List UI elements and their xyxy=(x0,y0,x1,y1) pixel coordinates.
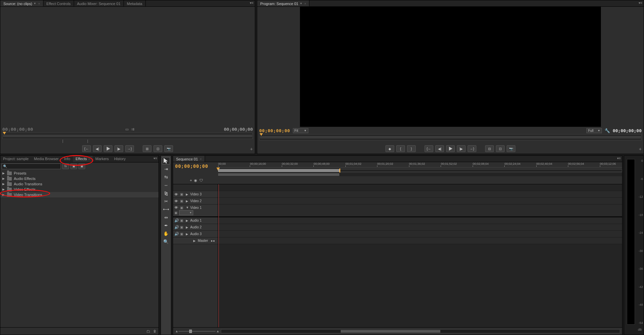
rolling-edit-tool[interactable]: ↔ xyxy=(162,181,170,189)
mark-in-button[interactable]: {← xyxy=(82,145,91,152)
panel-menu-icon[interactable]: ▾≡ xyxy=(250,1,253,5)
tab-program-seq01[interactable]: Program: Sequence 01 ▼ × xyxy=(257,0,309,6)
slip-tool[interactable]: ⟷ xyxy=(162,206,170,213)
track-header-video2[interactable]: 👁▣▶Video 2 xyxy=(173,198,218,204)
dropdown-icon[interactable]: ▼ xyxy=(34,1,36,6)
disclosure-icon[interactable]: ▼ xyxy=(186,206,189,209)
close-icon[interactable]: × xyxy=(38,1,40,6)
export-frame-button[interactable]: 📷 xyxy=(164,145,173,152)
disclosure-icon[interactable]: ▶ xyxy=(186,219,189,222)
time-ruler[interactable]: 00;0000;00;16;0000;00;32;0000;00;48;0000… xyxy=(218,162,622,168)
tab-media-browser[interactable]: Media Browser xyxy=(31,156,61,162)
tree-item-audio-transitions[interactable]: ▶Audio Transitions xyxy=(0,181,159,187)
lock-icon[interactable]: ▣ xyxy=(180,232,184,236)
play-button[interactable] xyxy=(104,145,112,152)
toggle-output-icon[interactable]: 👁 xyxy=(174,192,178,196)
button-editor-icon[interactable]: + xyxy=(639,146,642,152)
overwrite-button[interactable]: ⊡ xyxy=(154,145,162,152)
track-header-audio1[interactable]: 🔊▣▶Audio 1 xyxy=(173,217,218,224)
playhead-marker-icon[interactable] xyxy=(260,133,263,136)
tab-effect-controls[interactable]: Effect Controls xyxy=(43,0,74,6)
tab-source-noclips[interactable]: Source: (no clips) ▼ × xyxy=(0,0,43,6)
zoom-tool[interactable]: 🔍 xyxy=(162,238,170,245)
rate-stretch-tool[interactable]: ⧎ xyxy=(162,189,170,197)
lock-icon[interactable]: ▣ xyxy=(180,219,184,222)
slide-tool[interactable]: ⇔ xyxy=(162,214,170,221)
disclosure-icon[interactable]: ▶ xyxy=(2,172,5,175)
disclosure-icon[interactable]: ▶ xyxy=(186,232,189,236)
mark-in-button[interactable]: { xyxy=(396,145,405,152)
track-header-master[interactable]: ▶Master▸◂ xyxy=(173,237,218,244)
mark-out-button[interactable]: } xyxy=(407,145,416,152)
timeline-timecode[interactable]: 00;00;00;00 xyxy=(175,163,216,169)
track-lanes[interactable] xyxy=(218,184,622,327)
tree-item-video-transitions[interactable]: ▶Video Transitions xyxy=(0,192,159,197)
track-header-video3[interactable]: 👁▣▶Video 3 xyxy=(173,191,218,198)
tab-sequence-01[interactable]: Sequence 01 × xyxy=(173,156,205,162)
button-editor-icon[interactable]: + xyxy=(250,146,253,152)
new-bin-icon[interactable]: 🗀 xyxy=(146,329,150,334)
close-icon[interactable]: × xyxy=(88,157,90,161)
32bit-fx-toggle[interactable]: ▣ xyxy=(70,163,77,169)
panel-menu-icon[interactable]: ▾≡ xyxy=(639,1,642,5)
drag-video-icon[interactable]: ⇉ xyxy=(131,127,134,132)
tree-item-video-effects[interactable]: ▶Video Effects xyxy=(0,187,159,192)
toggle-output-icon[interactable]: 🔊 xyxy=(174,225,178,229)
zoom-handle-icon[interactable] xyxy=(339,169,340,173)
tree-item-presets[interactable]: ▶Presets xyxy=(0,171,159,176)
disclosure-icon[interactable]: ▶ xyxy=(2,182,5,186)
close-icon[interactable]: × xyxy=(200,156,202,162)
add-marker-button[interactable]: ◆ xyxy=(385,145,394,152)
keyframe-toggle-icon[interactable]: ▣ xyxy=(174,211,177,215)
timeline-zoom-slider[interactable]: ▲ ▲ xyxy=(175,330,219,333)
tab-markers[interactable]: Markers xyxy=(93,156,111,162)
toggle-output-icon[interactable]: 🔊 xyxy=(174,232,178,236)
disclosure-icon[interactable]: ▶ xyxy=(186,226,189,229)
toggle-output-icon[interactable]: 👁 xyxy=(174,199,178,203)
play-button[interactable] xyxy=(446,145,455,152)
marker-icon[interactable]: ◉ xyxy=(194,178,197,183)
aspect-icon[interactable]: ▭ xyxy=(125,127,129,132)
disclosure-icon[interactable]: ▶ xyxy=(2,177,5,180)
pen-tool[interactable]: ✒ xyxy=(162,222,170,229)
panel-menu-icon[interactable]: ▾≡ xyxy=(154,156,157,160)
lock-icon[interactable]: ▣ xyxy=(180,199,184,203)
zoom-fit-dropdown[interactable]: Fit▼ xyxy=(293,128,308,133)
lock-icon[interactable]: ▣ xyxy=(180,206,184,210)
track-header-video1[interactable]: 👁▣▼Video 1 ▣ ▾ xyxy=(173,204,218,217)
work-area-bar[interactable] xyxy=(218,173,622,176)
timeline-zoom-bar[interactable] xyxy=(218,168,622,173)
tab-audio-mixer[interactable]: Audio Mixer: Sequence 01 xyxy=(74,0,124,6)
opacity-dropdown[interactable]: ▾ xyxy=(179,210,193,215)
dropdown-icon[interactable]: ▼ xyxy=(300,1,302,6)
tab-metadata[interactable]: Metadata xyxy=(124,0,146,6)
insert-button[interactable]: ⊞ xyxy=(143,145,151,152)
mark-out-button[interactable]: →} xyxy=(125,145,134,152)
lift-button[interactable]: ⊟ xyxy=(485,145,494,152)
tree-item-audio-effects[interactable]: ▶Audio Effects xyxy=(0,176,159,181)
ripple-edit-tool[interactable]: ⇆ xyxy=(162,173,170,181)
playhead-line[interactable] xyxy=(218,184,219,327)
toggle-output-icon[interactable]: 👁 xyxy=(174,206,178,210)
expand-icon[interactable]: ▸◂ xyxy=(211,239,214,243)
lock-icon[interactable]: ▣ xyxy=(180,192,184,196)
panel-menu-icon[interactable]: ▾≡ xyxy=(617,156,621,160)
settings-icon[interactable]: 🛡 xyxy=(199,178,203,183)
disclosure-icon[interactable]: ▶ xyxy=(2,193,5,196)
source-timecode-in[interactable]: 00;00;00;00 xyxy=(2,127,33,132)
lock-icon[interactable]: ▣ xyxy=(180,225,184,229)
zoom-out-icon[interactable]: ▲ xyxy=(175,330,178,333)
tab-effects[interactable]: Effects× xyxy=(73,156,93,162)
disclosure-icon[interactable]: ▶ xyxy=(193,239,196,243)
export-frame-button[interactable]: 📷 xyxy=(507,145,515,152)
timeline-hscrollbar[interactable] xyxy=(221,329,620,333)
close-icon[interactable]: × xyxy=(304,1,306,6)
step-fwd-button[interactable]: |▶ xyxy=(457,145,466,152)
go-out-button[interactable]: →} xyxy=(468,145,476,152)
effects-search-input[interactable] xyxy=(2,163,61,169)
track-select-tool[interactable]: ⇥ xyxy=(162,165,170,173)
program-timecode-current[interactable]: 00;00;00;00 xyxy=(259,128,290,133)
delete-icon[interactable]: 🗑 xyxy=(153,329,157,333)
step-back-button[interactable]: ◀| xyxy=(435,145,444,152)
toggle-output-icon[interactable]: 🔊 xyxy=(174,218,178,223)
